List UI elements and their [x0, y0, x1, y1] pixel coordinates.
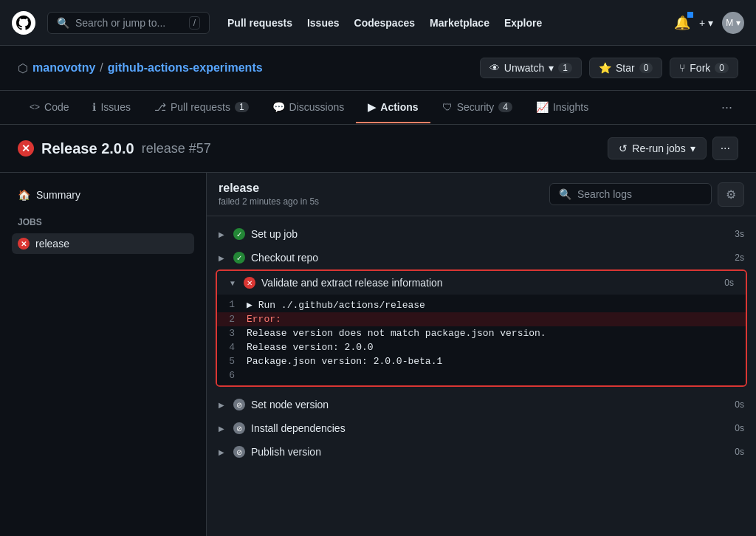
step-success-icon: ✓	[233, 228, 245, 240]
notifications-button[interactable]: 🔔	[674, 15, 690, 31]
tab-actions[interactable]: ▶ Actions	[356, 92, 430, 123]
pr-icon: ⎇	[154, 101, 166, 113]
log-settings-button[interactable]: ⚙	[718, 182, 744, 207]
workflow-title-area: ✕ Release 2.0.0 release #57	[18, 140, 211, 157]
unwatch-label: Unwatch	[504, 62, 544, 74]
repo-icon: ⬡	[18, 61, 28, 75]
step-skip-icon: ⊘	[233, 399, 245, 410]
unwatch-dropdown-icon: ▾	[549, 62, 554, 74]
code-icon: <>	[30, 102, 40, 112]
search-box[interactable]: 🔍 Search or jump to... /	[47, 12, 210, 34]
avatar[interactable]: M ▾	[722, 12, 744, 34]
tab-more[interactable]: ···	[715, 91, 738, 124]
repo-actions: 👁 Unwatch ▾ 1 ⭐ Star 0 ⑂ Fork 0	[480, 58, 738, 78]
tab-pull-requests[interactable]: ⎇ Pull requests 1	[142, 92, 261, 123]
github-logo[interactable]	[12, 11, 35, 35]
step-checkout[interactable]: ▶ ✓ Checkout repo 2s	[207, 246, 756, 269]
error-step-name: Validate and extract release information	[261, 277, 443, 289]
error-step-header[interactable]: ▼ ✕ Validate and extract release informa…	[217, 271, 746, 295]
job-release-item[interactable]: ✕ release	[12, 233, 194, 254]
rerun-button[interactable]: ↺ Re-run jobs ▾	[608, 137, 706, 159]
step-duration: 2s	[735, 252, 744, 263]
log-content: Release version does not match package.j…	[247, 328, 746, 339]
log-line-2: 2 Error:	[217, 312, 746, 326]
summary-label: Summary	[36, 189, 80, 201]
workflow-run-label: release #57	[142, 141, 211, 157]
tab-insights[interactable]: 📈 Insights	[524, 92, 600, 123]
search-logs-placeholder: Search logs	[577, 188, 632, 200]
fork-button[interactable]: ⑂ Fork 0	[670, 58, 738, 78]
step-name: Install dependencies	[251, 422, 346, 434]
error-step-left: ▼ ✕ Validate and extract release informa…	[229, 277, 443, 289]
step-left: ▶ ✓ Checkout repo	[219, 252, 318, 264]
step-success-icon: ✓	[233, 252, 245, 264]
log-num: 1	[217, 299, 247, 311]
step-publish[interactable]: ▶ ⊘ Publish version 0s	[207, 440, 756, 464]
jobs-label: Jobs	[12, 214, 194, 230]
step-setup-job[interactable]: ▶ ✓ Set up job 3s	[207, 222, 756, 246]
step-left: ▶ ⊘ Install dependencies	[219, 422, 346, 434]
issues-icon: ℹ	[92, 101, 96, 113]
step-duration: 0s	[735, 399, 744, 410]
rerun-label: Re-run jobs	[632, 142, 685, 154]
tab-discussions[interactable]: 💬 Discussions	[261, 92, 357, 123]
step-duration: 3s	[735, 229, 744, 239]
step-toggle-icon: ▶	[219, 448, 227, 456]
job-name: release	[35, 238, 69, 250]
search-logs-input[interactable]: 🔍 Search logs	[549, 183, 712, 205]
repo-name-link[interactable]: github-actions-experiments	[108, 61, 263, 75]
log-content	[247, 370, 746, 381]
workflow-error-icon: ✕	[18, 140, 34, 157]
unwatch-count: 1	[558, 63, 572, 73]
step-install-deps[interactable]: ▶ ⊘ Install dependencies 0s	[207, 416, 756, 440]
step-left: ▶ ⊘ Publish version	[219, 446, 321, 458]
summary-link[interactable]: 🏠 Summary	[12, 185, 194, 205]
step-node-version[interactable]: ▶ ⊘ Set node version 0s	[207, 393, 756, 416]
log-num: 5	[217, 356, 247, 367]
log-content: Package.json version: 2.0.0-beta.1	[247, 356, 746, 367]
fork-icon: ⑂	[679, 62, 685, 74]
log-title: release	[219, 182, 319, 195]
job-error-icon: ✕	[18, 238, 30, 250]
log-num: 3	[217, 328, 247, 339]
step-name: Publish version	[251, 446, 321, 458]
search-text: Search or jump to...	[75, 17, 165, 29]
nav-right: 🔔 + ▾ M ▾	[674, 12, 744, 34]
nav-marketplace[interactable]: Marketplace	[430, 17, 489, 29]
tab-security[interactable]: 🛡 Security 4	[430, 92, 524, 123]
log-panel: release failed 2 minutes ago in 5s 🔍 Sea…	[207, 173, 756, 536]
insights-icon: 📈	[536, 101, 549, 113]
steps-list: ▶ ✓ Set up job 3s ▶ ✓ Checkout repo 2s	[207, 216, 756, 470]
nav-pull-requests[interactable]: Pull requests	[227, 17, 292, 29]
nav-links: Pull requests Issues Codespaces Marketpl…	[227, 17, 542, 29]
step-skip-icon: ⊘	[233, 422, 245, 434]
pr-badge: 1	[235, 102, 249, 112]
star-button[interactable]: ⭐ Star 0	[589, 58, 662, 78]
home-icon: 🏠	[18, 189, 30, 201]
eye-icon: 👁	[489, 62, 500, 74]
code-log: 1 ▶ Run ./.github/actions/release 2 Erro…	[217, 295, 746, 385]
nav-codespaces[interactable]: Codespaces	[354, 17, 415, 29]
sidebar-summary: 🏠 Summary	[12, 185, 194, 205]
workflow-more-button[interactable]: ···	[712, 137, 738, 160]
tab-issues[interactable]: ℹ Issues	[80, 92, 142, 123]
security-icon: 🛡	[442, 101, 453, 113]
nav-explore[interactable]: Explore	[504, 17, 542, 29]
step-skip-icon: ⊘	[233, 446, 245, 458]
step-expand-icon: ▼	[229, 279, 238, 287]
actions-icon: ▶	[368, 101, 376, 113]
search-shortcut: /	[189, 16, 200, 30]
log-line-1: 1 ▶ Run ./.github/actions/release	[217, 298, 746, 312]
nav-issues[interactable]: Issues	[307, 17, 340, 29]
create-button[interactable]: + ▾	[699, 17, 713, 29]
unwatch-button[interactable]: 👁 Unwatch ▾ 1	[480, 58, 582, 78]
fork-label: Fork	[690, 62, 710, 74]
workflow-title: Release 2.0.0	[41, 140, 134, 157]
tab-code[interactable]: <> Code	[18, 92, 80, 123]
repo-owner-link[interactable]: manovotny	[32, 61, 95, 75]
rerun-dropdown-icon: ▾	[690, 142, 695, 154]
log-num: 6	[217, 370, 247, 381]
step-toggle-icon: ▶	[219, 230, 227, 238]
step-duration: 0s	[735, 447, 744, 457]
step-left: ▶ ⊘ Set node version	[219, 399, 329, 410]
